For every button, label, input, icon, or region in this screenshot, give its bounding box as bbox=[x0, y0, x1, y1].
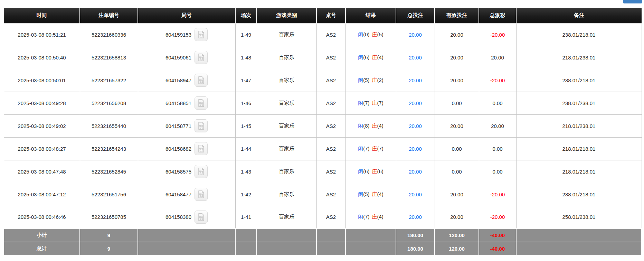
video-replay-button[interactable] bbox=[195, 142, 208, 155]
video-replay-button[interactable] bbox=[195, 119, 208, 132]
grand-total-total-payout: -40.00 bbox=[479, 242, 516, 255]
cell-game-type: 百家乐 bbox=[257, 92, 316, 114]
cell-valid-bet: 0.00 bbox=[435, 160, 479, 183]
round-number: 604158947 bbox=[165, 77, 191, 83]
banker-score: (4) bbox=[377, 54, 383, 60]
player-score: (8) bbox=[363, 123, 369, 129]
col-header-game-type: 游戏类别 bbox=[257, 8, 316, 23]
top-right-partial-button[interactable] bbox=[623, 0, 642, 3]
player-score: (6) bbox=[363, 54, 369, 60]
cell-round-number: 604158575 bbox=[138, 160, 235, 183]
col-header-round-number: 局号 bbox=[138, 8, 235, 23]
cell-session: 1-41 bbox=[235, 206, 257, 229]
cell-time: 2025-03-08 00:51:21 bbox=[4, 23, 80, 46]
round-number: 604158380 bbox=[165, 214, 191, 220]
cell-round-number: 604158682 bbox=[138, 137, 235, 160]
col-header-table-number: 桌号 bbox=[316, 8, 345, 23]
video-replay-button[interactable] bbox=[195, 165, 208, 178]
subtotal-valid-bet: 120.00 bbox=[435, 229, 479, 242]
cell-result: 闲(7)庄(7) bbox=[345, 137, 396, 160]
cell-result: 闲(5)庄(2) bbox=[345, 69, 396, 92]
banker-label: 庄 bbox=[372, 54, 377, 60]
cell-remark: 238.01/218.01 bbox=[516, 69, 642, 92]
cell-round-number: 604159061 bbox=[138, 46, 235, 69]
cell-remark: 218.01/218.01 bbox=[516, 137, 642, 160]
cell-result: 闲(5)庄(4) bbox=[345, 183, 396, 206]
cell-table-number: AS2 bbox=[316, 160, 345, 183]
cell-empty bbox=[516, 229, 642, 242]
cell-result: 闲(7)庄(7) bbox=[345, 92, 396, 114]
player-score: (5) bbox=[363, 191, 369, 197]
cell-round-number: 604158771 bbox=[138, 114, 235, 137]
grand-total-row: 总计 9 180.00 120.00 -40.00 bbox=[4, 242, 642, 255]
video-replay-button[interactable] bbox=[195, 211, 208, 224]
cell-empty bbox=[138, 229, 235, 242]
video-replay-button[interactable] bbox=[195, 96, 208, 110]
banker-label: 庄 bbox=[372, 77, 377, 83]
player-score: (5) bbox=[363, 77, 369, 83]
cell-empty bbox=[316, 229, 345, 242]
video-replay-button[interactable] bbox=[195, 188, 208, 201]
player-label: 闲 bbox=[358, 123, 363, 129]
cell-session: 1-44 bbox=[235, 137, 257, 160]
round-number: 604158575 bbox=[165, 169, 191, 175]
cell-total-bet: 20.00 bbox=[396, 23, 435, 46]
cell-table-number: AS2 bbox=[316, 183, 345, 206]
col-header-time: 时间 bbox=[4, 8, 80, 23]
cell-time: 2025-03-08 00:49:02 bbox=[4, 114, 80, 137]
cell-bet-number: 522321660336 bbox=[80, 23, 138, 46]
cell-total-bet: 20.00 bbox=[396, 206, 435, 229]
cell-valid-bet: 20.00 bbox=[435, 206, 479, 229]
cell-game-type: 百家乐 bbox=[257, 183, 316, 206]
cell-session: 1-46 bbox=[235, 92, 257, 114]
video-replay-button[interactable] bbox=[195, 51, 208, 64]
grand-total-count: 9 bbox=[80, 242, 138, 255]
cell-round-number: 604158947 bbox=[138, 69, 235, 92]
cell-remark: 238.01/238.01 bbox=[516, 92, 642, 114]
cell-valid-bet: 20.00 bbox=[435, 183, 479, 206]
grand-total-total-bet: 180.00 bbox=[396, 242, 435, 255]
cell-empty bbox=[257, 242, 316, 255]
video-file-icon bbox=[197, 167, 205, 176]
cell-total-payout: 0.00 bbox=[479, 92, 516, 114]
cell-total-payout: 20.00 bbox=[479, 46, 516, 69]
video-file-icon bbox=[197, 122, 205, 130]
cell-valid-bet: 20.00 bbox=[435, 46, 479, 69]
cell-bet-number: 522321650785 bbox=[80, 206, 138, 229]
cell-session: 1-49 bbox=[235, 23, 257, 46]
video-file-icon bbox=[197, 30, 205, 39]
video-file-icon bbox=[197, 76, 205, 84]
cell-result: 闲(8)庄(4) bbox=[345, 114, 396, 137]
banker-score: (4) bbox=[377, 214, 383, 220]
cell-result: 闲(6)庄(6) bbox=[345, 160, 396, 183]
cell-bet-number: 522321652845 bbox=[80, 160, 138, 183]
player-score: (7) bbox=[363, 214, 369, 220]
col-header-session: 场次 bbox=[235, 8, 257, 23]
cell-time: 2025-03-08 00:46:46 bbox=[4, 206, 80, 229]
grand-total-label: 总计 bbox=[4, 242, 80, 255]
cell-remark: 258.01/238.01 bbox=[516, 206, 642, 229]
cell-total-payout: 0.00 bbox=[479, 137, 516, 160]
subtotal-total-payout: -40.00 bbox=[479, 229, 516, 242]
cell-game-type: 百家乐 bbox=[257, 69, 316, 92]
cell-total-payout: -20.00 bbox=[479, 206, 516, 229]
video-replay-button[interactable] bbox=[195, 74, 208, 87]
cell-valid-bet: 20.00 bbox=[435, 23, 479, 46]
grand-total-valid-bet: 120.00 bbox=[435, 242, 479, 255]
cell-empty bbox=[257, 229, 316, 242]
cell-bet-number: 522321655440 bbox=[80, 114, 138, 137]
cell-valid-bet: 0.00 bbox=[435, 92, 479, 114]
cell-time: 2025-03-08 00:48:27 bbox=[4, 137, 80, 160]
player-label: 闲 bbox=[358, 100, 363, 106]
round-number: 604159061 bbox=[165, 55, 191, 60]
col-header-result: 结果 bbox=[345, 8, 396, 23]
banker-label: 庄 bbox=[372, 31, 377, 37]
video-replay-button[interactable] bbox=[195, 28, 208, 41]
player-label: 闲 bbox=[358, 146, 363, 151]
cell-remark: 238.01/218.01 bbox=[516, 183, 642, 206]
cell-session: 1-45 bbox=[235, 114, 257, 137]
cell-time: 2025-03-08 00:49:28 bbox=[4, 92, 80, 114]
cell-bet-number: 522321658813 bbox=[80, 46, 138, 69]
cell-table-number: AS2 bbox=[316, 114, 345, 137]
video-file-icon bbox=[197, 190, 205, 198]
